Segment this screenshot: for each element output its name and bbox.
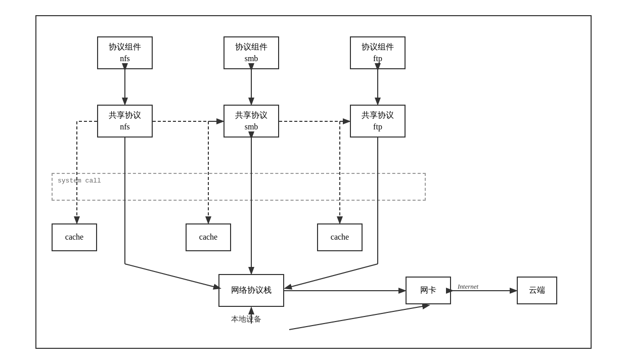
shared-protocol-nfs: 共享协议 nfs	[97, 105, 153, 138]
cache-box-2: cache	[186, 223, 231, 251]
shared-protocol-ftp: 共享协议 ftp	[350, 105, 406, 138]
cache-2-label: cache	[199, 232, 217, 243]
system-call-box: system call	[52, 173, 426, 201]
shared-protocol-smb-line1: 共享协议	[235, 110, 267, 121]
protocol-component-nfs: 协议组件 nfs	[97, 36, 153, 69]
svg-line-15	[286, 264, 378, 288]
internet-label: Internet	[458, 283, 478, 291]
diagram-container: 协议组件 nfs 协议组件 smb 协议组件 ftp 共享协议 nfs 共享协议…	[35, 15, 592, 349]
local-device-label: 本地设备	[231, 314, 261, 324]
cloud-box: 云端	[517, 277, 557, 304]
network-stack-label: 网络协议栈	[231, 285, 272, 296]
nic-label: 网卡	[420, 285, 436, 296]
cache-3-label: cache	[331, 232, 349, 243]
shared-protocol-ftp-line2: ftp	[373, 121, 382, 132]
system-call-label: system call	[58, 177, 101, 185]
protocol-component-smb-line1: 协议组件	[235, 41, 267, 53]
shared-protocol-nfs-line1: 共享协议	[109, 110, 141, 121]
shared-protocol-nfs-line2: nfs	[120, 121, 130, 132]
protocol-component-ftp-line2: ftp	[373, 53, 382, 64]
protocol-component-nfs-line1: 协议组件	[109, 41, 141, 53]
protocol-component-nfs-line2: nfs	[120, 53, 130, 64]
protocol-component-smb-line2: smb	[245, 53, 258, 64]
shared-protocol-ftp-line1: 共享协议	[362, 110, 394, 121]
shared-protocol-smb: 共享协议 smb	[223, 105, 279, 138]
cloud-label: 云端	[529, 285, 545, 296]
svg-line-12	[125, 264, 219, 288]
cache-box-1: cache	[52, 223, 97, 251]
protocol-component-smb: 协议组件 smb	[223, 36, 279, 69]
protocol-component-ftp-line1: 协议组件	[362, 41, 394, 53]
cache-1-label: cache	[65, 232, 83, 243]
cache-box-3: cache	[317, 223, 363, 251]
protocol-component-ftp: 协议组件 ftp	[350, 36, 406, 69]
nic-box: 网卡	[406, 277, 451, 304]
network-stack-box: 网络协议栈	[218, 274, 284, 307]
svg-line-18	[289, 305, 428, 330]
shared-protocol-smb-line2: smb	[245, 121, 258, 132]
